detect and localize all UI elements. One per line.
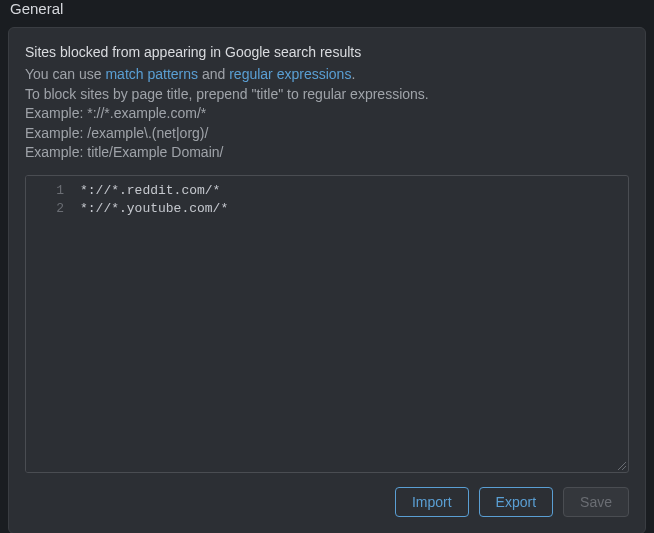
desc-instruction: To block sites by page title, prepend "t… xyxy=(25,85,629,105)
desc-pattern-line: You can use match patterns and regular e… xyxy=(25,65,629,85)
code-line[interactable]: *://*.youtube.com/* xyxy=(80,200,620,218)
page-title: General xyxy=(0,0,654,27)
code-line[interactable]: *://*.reddit.com/* xyxy=(80,182,620,200)
blocklist-editor[interactable]: 12 *://*.reddit.com/**://*.youtube.com/* xyxy=(25,175,629,473)
desc-prefix: You can use xyxy=(25,66,105,82)
desc-mid: and xyxy=(198,66,229,82)
match-patterns-link[interactable]: match patterns xyxy=(105,66,198,82)
desc-example-2: Example: /example\.(net|org)/ xyxy=(25,124,629,144)
editor-gutter: 12 xyxy=(26,176,72,472)
save-button: Save xyxy=(563,487,629,517)
desc-example-1: Example: *://*.example.com/* xyxy=(25,104,629,124)
button-row: Import Export Save xyxy=(25,487,629,517)
general-panel: Sites blocked from appearing in Google s… xyxy=(8,27,646,533)
desc-example-3: Example: title/Example Domain/ xyxy=(25,143,629,163)
import-button[interactable]: Import xyxy=(395,487,469,517)
line-number: 2 xyxy=(26,200,64,218)
regular-expressions-link[interactable]: regular expressions xyxy=(229,66,351,82)
editor-code-area[interactable]: *://*.reddit.com/**://*.youtube.com/* xyxy=(72,176,628,472)
export-button[interactable]: Export xyxy=(479,487,553,517)
desc-suffix: . xyxy=(351,66,355,82)
line-number: 1 xyxy=(26,182,64,200)
panel-heading: Sites blocked from appearing in Google s… xyxy=(25,44,629,60)
